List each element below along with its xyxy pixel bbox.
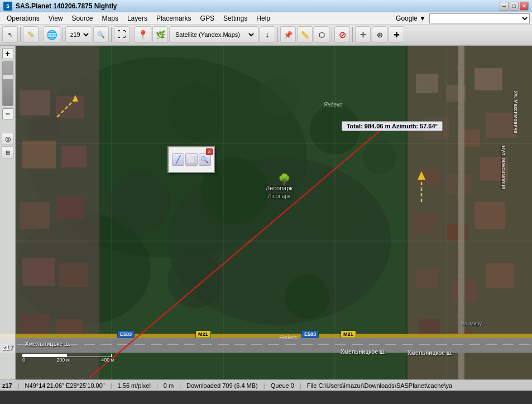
svg-rect-44 (56, 196, 84, 219)
status-cache: File C:\Users\imazur\Downloads\SASPlanet… (307, 382, 530, 389)
status-separator-6: | (300, 382, 301, 389)
toolbar-separator-7 (332, 27, 332, 42)
zoom-in-button[interactable]: + (2, 48, 13, 59)
status-queue: Queue 0 (271, 382, 294, 389)
marker-button[interactable]: 📍 (135, 26, 151, 43)
svg-rect-33 (486, 263, 514, 288)
menu-placemarks[interactable]: Placemarks (152, 13, 196, 23)
lake-label: оз. Миру (462, 321, 482, 326)
minimize-button[interactable]: ─ (500, 2, 509, 11)
zoom-slider[interactable] (2, 61, 13, 106)
mini-search-button[interactable]: 🔍 (199, 153, 211, 166)
svg-point-16 (167, 252, 223, 308)
road-badge-e583-2: E583 (301, 330, 319, 338)
map-container[interactable]: + − ◎ ⊞ z17 Total: 984.06 m Azimuth: 57.… (0, 46, 532, 379)
svg-rect-31 (416, 269, 438, 288)
source-button[interactable]: 🌿 (152, 26, 168, 43)
zoom-select[interactable]: z19 (67, 28, 90, 41)
zoom-area-button[interactable]: ⊞ (2, 146, 14, 158)
crosshair2-button[interactable]: ⊕ (372, 26, 387, 43)
map-background (0, 46, 532, 379)
status-zoom: z17 (2, 382, 12, 389)
zoom-combo-button[interactable]: z19 (65, 26, 92, 43)
search-button[interactable]: 🔍 (93, 26, 109, 43)
yandex-watermark-2: Яндекс (279, 334, 298, 340)
menu-gps[interactable]: GPS (196, 13, 219, 23)
menu-layers[interactable]: Layers (123, 13, 152, 23)
menu-maps[interactable]: Maps (98, 13, 123, 23)
measure-button[interactable]: 📏 (297, 26, 313, 43)
toolbar-separator-8 (352, 27, 353, 42)
toolbar-separator-4 (111, 27, 112, 42)
street-label-maksimovtsya: Вул. Максимовця (500, 146, 508, 189)
stop-button[interactable]: ⊘ (334, 26, 350, 43)
google-label[interactable]: Google ▼ (394, 13, 428, 23)
arrow-tool-button[interactable]: ↖ (2, 26, 18, 43)
measure-tooltip: Total: 984.06 m Azimuth: 57.64° (342, 121, 443, 131)
left-sidebar: + − ◎ ⊞ z17 (0, 46, 16, 379)
menu-operations[interactable]: Operations (2, 13, 44, 23)
zoom-label: z17 (2, 344, 13, 352)
svg-rect-30 (475, 202, 505, 229)
zoom-out-button[interactable]: − (2, 108, 13, 119)
crosshair3-button[interactable]: ✚ (389, 26, 404, 43)
status-coords: N49°14'21.06" E28°25'10.00" (25, 382, 105, 389)
svg-rect-28 (413, 213, 437, 233)
status-separator-4: | (179, 382, 181, 389)
street-label-khmelnitske-ua: Хмельницьке ш. (25, 341, 70, 347)
map-source-select[interactable]: Satellite (Yandex.Maps) (172, 28, 256, 41)
svg-point-17 (285, 275, 329, 319)
polygon-button[interactable]: ⬡ (314, 26, 329, 43)
mini-polygon-button[interactable]: ⬜ (185, 153, 198, 166)
menu-source[interactable]: Source (68, 13, 98, 23)
toolbar-separator-3 (63, 27, 63, 42)
status-separator-5: | (263, 382, 265, 389)
maximize-button[interactable]: □ (510, 2, 519, 11)
svg-rect-43 (20, 202, 50, 229)
menu-view[interactable]: View (44, 13, 68, 23)
svg-point-10 (363, 141, 396, 174)
svg-rect-39 (20, 90, 50, 116)
crosshair1-button[interactable]: ✛ (355, 26, 371, 43)
fullscreen-button[interactable]: ⛶ (114, 26, 130, 43)
locate-button[interactable]: ◎ (2, 133, 14, 145)
menubar: Operations View Source Maps Layers Place… (0, 12, 532, 25)
menu-help[interactable]: Help (252, 13, 275, 23)
globe-button[interactable]: 🌐 (44, 26, 60, 43)
statusbar: z17 | N49°14'21.06" E28°25'10.00" | 1.56… (0, 379, 532, 391)
road-badge-e583-1: E583 (117, 330, 135, 338)
mini-line-button[interactable]: ╱ (172, 153, 184, 166)
svg-rect-32 (452, 280, 477, 301)
svg-rect-42 (61, 146, 87, 167)
toolbar-separator-2 (41, 27, 41, 42)
road-badge-m21-1: M21 (195, 330, 211, 338)
svg-point-7 (167, 85, 223, 141)
close-button[interactable]: ✕ (520, 2, 529, 11)
hand-tool-button[interactable]: ✎ (23, 26, 39, 43)
download-button[interactable]: ↓ (260, 26, 275, 43)
road-badge-m21-2: M21 (341, 330, 356, 338)
svg-rect-46 (59, 263, 88, 287)
pin-button[interactable]: 📌 (280, 26, 296, 43)
svg-rect-45 (22, 258, 55, 286)
window-controls: ─ □ ✕ (500, 2, 529, 11)
status-distance: 0 m (164, 382, 174, 389)
status-separator-2: | (111, 382, 112, 389)
svg-point-8 (260, 76, 299, 116)
svg-rect-19 (416, 74, 438, 93)
status-separator-3: | (156, 382, 158, 389)
menu-settings[interactable]: Settings (219, 13, 252, 23)
mini-popup-close-button[interactable]: × (206, 148, 213, 155)
titlebar: S SAS.Planet 140206.7875 Nightly ─ □ ✕ (0, 0, 532, 12)
street-label-khmelnitskoe-right: Хмельницкое ш. (408, 350, 453, 356)
mini-popup-toolbar[interactable]: × ╱ ⬜ 🔍 (167, 146, 215, 173)
street-label-khmelnitskoe-ru: Хмельницкое ш. (341, 349, 386, 355)
svg-point-12 (109, 171, 170, 233)
toolbar-separator-1 (20, 27, 21, 42)
google-select[interactable] (429, 13, 530, 23)
status-download: Downloaded 709 (6.4 MB) (186, 382, 258, 389)
map-source-combo-button[interactable]: Satellite (Yandex.Maps) (169, 26, 258, 43)
svg-rect-29 (447, 224, 468, 241)
svg-rect-40 (56, 96, 84, 118)
toolbar: ↖ ✎ 🌐 z19 🔍 ⛶ 📍 🌿 Satellite (Yandex.Maps… (0, 25, 532, 46)
